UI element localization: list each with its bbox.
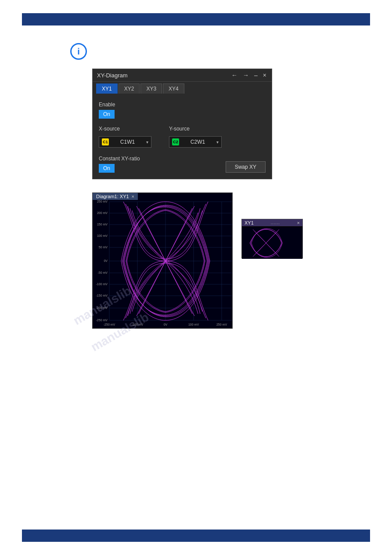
- svg-text:-100 mV: -100 mV: [132, 323, 144, 326]
- sources-row: X-source C1 C1W1 ▾ Y-source C2 C2W1 ▾: [99, 122, 266, 148]
- xy-dialog: XY-Diagram ← → – × XY1 XY2 XY3 XY4 Enabl…: [92, 69, 272, 179]
- diagrams-section: Diagram1: XY1 × 250 mV 20: [92, 192, 392, 329]
- svg-text:-50 mV: -50 mV: [97, 271, 108, 274]
- svg-text:-200 mV: -200 mV: [96, 306, 108, 309]
- main-diagram-titlebar: Diagram1: XY1 ×: [93, 193, 138, 200]
- main-diagram-close[interactable]: ×: [132, 194, 134, 199]
- y-source-chevron: ▾: [216, 140, 219, 145]
- x-source-col: X-source C1 C1W1 ▾: [99, 122, 151, 148]
- y-source-select[interactable]: C2 C2W1 ▾: [169, 136, 222, 148]
- svg-text:-100 mV: -100 mV: [96, 283, 108, 286]
- mini-diagram-title: XY1: [245, 220, 254, 225]
- dialog-tabs: XY1 XY2 XY3 XY4: [93, 82, 272, 94]
- y-source-col: Y-source C2 C2W1 ▾: [169, 122, 222, 148]
- y-badge: C2: [172, 138, 179, 145]
- y-source-value: C2W1: [191, 139, 205, 145]
- mini-diagram: XY1 ...... ×: [241, 219, 303, 258]
- mini-diagram-titlebar: XY1 ...... ×: [242, 219, 302, 226]
- enable-label: Enable: [99, 102, 266, 108]
- mini-diagram-dots: ......: [271, 221, 280, 225]
- info-section: i: [70, 43, 392, 60]
- tab-xy2[interactable]: XY2: [119, 83, 140, 94]
- constant-xy-on-button[interactable]: On: [99, 164, 115, 173]
- constant-xy-col: Constant XY-ratio On: [99, 152, 140, 173]
- main-diagram-title: Diagram1: XY1: [96, 194, 129, 199]
- dialog-forward-btn[interactable]: →: [242, 72, 250, 79]
- swap-xy-button[interactable]: Swap XY: [226, 161, 266, 173]
- dialog-close-btn[interactable]: ×: [262, 72, 267, 79]
- dialog-controls: ← → – ×: [230, 72, 267, 79]
- enable-on-label: On: [103, 111, 110, 117]
- dialog-minimize-btn[interactable]: –: [253, 72, 259, 79]
- svg-text:100 mV: 100 mV: [188, 323, 199, 326]
- top-bar: [22, 13, 370, 25]
- svg-text:0V: 0V: [164, 323, 168, 326]
- svg-text:-250 mV: -250 mV: [96, 319, 108, 322]
- svg-text:100 mV: 100 mV: [97, 234, 108, 237]
- x-source-select[interactable]: C1 C1W1 ▾: [99, 136, 151, 148]
- svg-text:200 mV: 200 mV: [97, 211, 108, 214]
- y-source-label: Y-source: [169, 126, 222, 132]
- x-source-chevron: ▾: [146, 140, 148, 145]
- mini-diagram-close[interactable]: ×: [297, 220, 300, 225]
- dialog-titlebar: XY-Diagram ← → – ×: [93, 69, 272, 82]
- svg-text:0V: 0V: [104, 259, 108, 262]
- svg-text:-150 mV: -150 mV: [96, 294, 108, 297]
- mini-diagram-svg: [242, 227, 302, 259]
- svg-rect-33: [242, 227, 302, 259]
- constant-xy-label: Constant XY-ratio: [99, 156, 140, 162]
- x-source-value: C1W1: [120, 139, 135, 145]
- tab-xy4[interactable]: XY4: [163, 83, 184, 94]
- svg-text:250 mV: 250 mV: [216, 323, 227, 326]
- bottom-bar: [22, 530, 370, 542]
- tab-xy1[interactable]: XY1: [96, 83, 118, 94]
- dialog-body: Enable On X-source C1 C1W1 ▾ Y-source C2…: [93, 94, 272, 179]
- tab-xy3[interactable]: XY3: [140, 83, 162, 94]
- constant-on-label: On: [103, 165, 110, 171]
- main-diagram: Diagram1: XY1 × 250 mV 20: [92, 192, 233, 329]
- main-diagram-svg: 250 mV 200 mV 150 mV 100 mV 50 mV 0V -50…: [93, 193, 232, 328]
- dialog-back-btn[interactable]: ←: [230, 72, 238, 79]
- dialog-title: XY-Diagram: [97, 72, 128, 79]
- x-source-label: X-source: [99, 126, 151, 132]
- info-icon: i: [70, 43, 87, 60]
- svg-text:250 mV: 250 mV: [97, 200, 108, 203]
- svg-text:-250 mV: -250 mV: [104, 323, 115, 326]
- bottom-row: Constant XY-ratio On Swap XY: [99, 152, 266, 173]
- enable-on-button[interactable]: On: [99, 110, 115, 119]
- svg-text:150 mV: 150 mV: [97, 223, 108, 226]
- svg-text:50 mV: 50 mV: [99, 246, 108, 249]
- x-badge: C1: [102, 138, 109, 145]
